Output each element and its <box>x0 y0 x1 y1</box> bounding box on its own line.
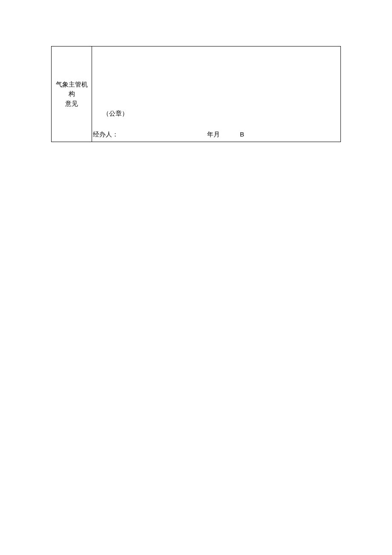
end-marker: B <box>240 131 244 138</box>
handler-label: 经办人： <box>93 131 118 139</box>
signature-line: 经办人： 年月 B <box>93 131 341 139</box>
official-seal-label: （公章） <box>103 110 128 118</box>
table-row: 气象主管机构 意见 （公章） 经办人： 年月 B <box>52 46 341 142</box>
date-label: 年月 <box>207 131 220 139</box>
label-line-2: 意见 <box>65 100 78 107</box>
authority-opinion-content-cell: （公章） 经办人： 年月 B <box>92 46 341 142</box>
label-line-1: 气象主管机构 <box>56 81 88 98</box>
approval-form-table: 气象主管机构 意见 （公章） 经办人： 年月 B <box>51 46 341 142</box>
authority-opinion-label-cell: 气象主管机构 意见 <box>52 46 92 142</box>
